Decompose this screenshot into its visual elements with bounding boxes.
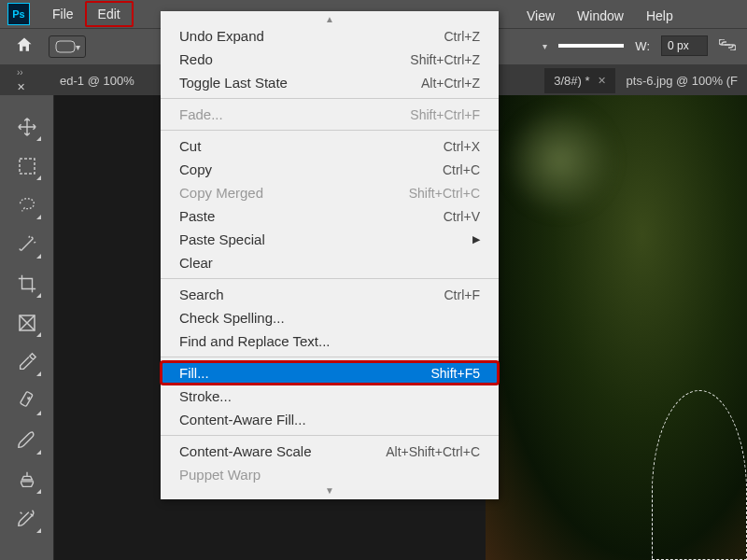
doc-tab-label: 3/8#) * [554, 74, 589, 88]
shape-selector[interactable]: ▾ [49, 35, 86, 58]
doc-tab-2[interactable]: 3/8#) *✕ [544, 68, 614, 93]
clone-stamp-tool[interactable] [14, 467, 40, 493]
menu-item-content-aware-fill[interactable]: Content-Aware Fill... [161, 408, 499, 431]
scroll-down-icon[interactable]: ▼ [161, 486, 499, 496]
brush-tool[interactable] [14, 427, 40, 454]
edit-menu-dropdown: ▲ Undo ExpandCtrl+ZRedoShift+Ctrl+ZToggl… [161, 11, 499, 499]
menu-item-label: Fill... [179, 365, 209, 381]
menu-file[interactable]: File [41, 3, 85, 25]
options-right: ▾ W: [543, 35, 736, 56]
frame-tool[interactable] [14, 310, 40, 336]
svg-rect-1 [20, 159, 35, 174]
menu-item-label: Stroke... [179, 388, 232, 404]
menu-item-content-aware-scale[interactable]: Content-Aware ScaleAlt+Shift+Ctrl+C [161, 440, 499, 463]
menu-item-label: Toggle Last State [179, 75, 288, 91]
menu-shortcut: Shift+F5 [430, 366, 480, 381]
menu-item-label: Copy Merged [179, 185, 263, 201]
menubar-right: View Window Help [515, 5, 684, 27]
menu-separator [161, 278, 499, 279]
svg-rect-0 [56, 41, 75, 52]
chevron-down-icon[interactable]: ▾ [543, 41, 547, 51]
menu-shortcut: Shift+Ctrl+Z [410, 52, 480, 67]
doc-tab-label: ed-1 @ 100% [60, 74, 134, 88]
tools-panel [0, 95, 54, 560]
ps-logo-icon: Ps [7, 3, 30, 25]
menu-item-label: Search [179, 287, 224, 302]
menu-shortcut: Alt+Ctrl+Z [421, 76, 480, 91]
menu-separator [161, 130, 499, 131]
menu-item-clear[interactable]: Clear [161, 251, 499, 274]
menu-item-label: Copy [179, 161, 212, 177]
menu-shortcut: Ctrl+C [443, 162, 480, 177]
menu-item-label: Paste [179, 208, 215, 224]
doc-tab-label: pts-6.jpg @ 100% (F [627, 74, 738, 88]
menu-shortcut: Ctrl+Z [444, 29, 481, 44]
panel-toggle[interactable]: ›› ✕ [11, 67, 49, 93]
menu-shortcut: Shift+Ctrl+F [410, 107, 480, 122]
close-icon[interactable]: ✕ [598, 75, 606, 87]
menu-shortcut: Ctrl+F [444, 287, 481, 302]
menu-item-find-and-replace-text[interactable]: Find and Replace Text... [161, 329, 499, 353]
menu-item-search[interactable]: SearchCtrl+F [161, 283, 499, 306]
menu-window[interactable]: Window [566, 5, 635, 27]
width-input[interactable] [661, 35, 708, 56]
menu-separator [161, 357, 499, 357]
home-icon[interactable] [15, 35, 34, 59]
menu-item-cut[interactable]: CutCtrl+X [161, 134, 499, 158]
menu-separator [161, 435, 499, 436]
submenu-arrow-icon: ▶ [472, 233, 480, 245]
menu-item-paste-special[interactable]: Paste Special▶ [161, 228, 499, 251]
stroke-preview[interactable] [558, 44, 624, 48]
healing-brush-tool[interactable] [14, 388, 40, 414]
menu-view[interactable]: View [515, 5, 566, 27]
menu-edit[interactable]: Edit [85, 1, 134, 27]
menu-item-puppet-warp: Puppet Warp [161, 463, 499, 486]
menu-item-check-spelling[interactable]: Check Spelling... [161, 306, 499, 329]
magic-wand-tool[interactable] [14, 231, 40, 258]
menu-item-label: Find and Replace Text... [179, 333, 330, 349]
menu-item-label: Check Spelling... [179, 310, 285, 326]
menu-item-redo[interactable]: RedoShift+Ctrl+Z [161, 48, 499, 71]
move-tool[interactable] [14, 114, 40, 140]
menu-item-label: Paste Special [179, 231, 265, 247]
menu-item-fade: Fade...Shift+Ctrl+F [161, 103, 499, 126]
marquee-tool[interactable] [14, 153, 40, 179]
close-icon: ✕ [17, 81, 25, 93]
menu-item-copy[interactable]: CopyCtrl+C [161, 158, 499, 181]
menu-item-label: Content-Aware Fill... [179, 412, 306, 427]
image-content [486, 95, 747, 560]
svg-rect-3 [20, 391, 33, 406]
menu-item-label: Undo Expand [179, 28, 264, 44]
menu-help[interactable]: Help [635, 5, 684, 27]
menu-item-label: Redo [179, 51, 213, 67]
menu-shortcut: Ctrl+X [444, 139, 480, 154]
eyedropper-tool[interactable] [14, 349, 40, 375]
crop-tool[interactable] [14, 271, 40, 297]
menu-item-paste[interactable]: PasteCtrl+V [161, 204, 499, 228]
menu-separator [161, 98, 499, 99]
menu-item-undo-expand[interactable]: Undo ExpandCtrl+Z [161, 24, 499, 48]
menu-item-label: Puppet Warp [179, 467, 261, 483]
chevron-down-icon: ▾ [76, 42, 80, 52]
menu-item-stroke[interactable]: Stroke... [161, 385, 499, 408]
menu-item-label: Content-Aware Scale [179, 443, 311, 459]
menu-item-label: Clear [179, 255, 213, 271]
link-icon[interactable] [719, 37, 736, 54]
menu-item-copy-merged: Copy MergedShift+Ctrl+C [161, 181, 499, 204]
history-brush-tool[interactable] [14, 506, 40, 532]
menu-shortcut: Ctrl+V [444, 209, 480, 224]
menu-item-label: Fade... [179, 106, 223, 122]
doc-tab-3[interactable]: pts-6.jpg @ 100% (F [617, 68, 747, 93]
width-label: W: [635, 39, 650, 53]
menu-item-label: Cut [179, 138, 201, 154]
menu-shortcut: Alt+Shift+Ctrl+C [386, 444, 480, 459]
lasso-tool[interactable] [14, 192, 40, 218]
doc-tab-1[interactable]: ed-1 @ 100% [50, 68, 144, 93]
menu-item-toggle-last-state[interactable]: Toggle Last StateAlt+Ctrl+Z [161, 71, 499, 94]
menu-shortcut: Shift+Ctrl+C [409, 186, 480, 201]
menu-item-fill[interactable]: Fill...Shift+F5 [161, 361, 499, 385]
double-arrow-icon: ›› [17, 67, 23, 77]
scroll-up-icon[interactable]: ▲ [161, 15, 499, 24]
